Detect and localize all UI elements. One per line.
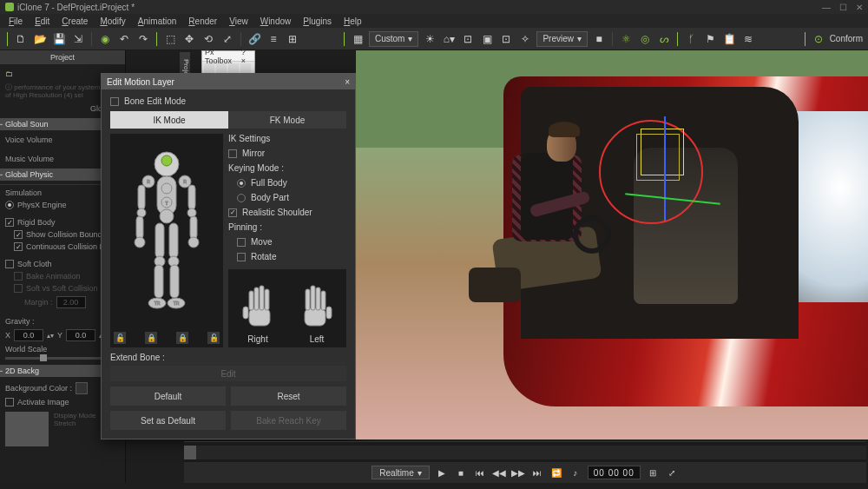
dialog-close-button[interactable]: × (345, 77, 350, 87)
right-hand[interactable]: Right (228, 269, 287, 347)
flag-icon[interactable]: ⚑ (702, 31, 718, 47)
3d-viewport[interactable] (356, 50, 868, 439)
folder-icon[interactable]: 🗀 (5, 69, 13, 78)
show-collision-checkbox[interactable]: ✓ (14, 230, 23, 239)
bg-image-thumb[interactable] (5, 412, 49, 446)
viewport-icon[interactable]: ▦ (350, 31, 365, 47)
first-frame-button[interactable]: ⏮ (473, 466, 487, 479)
snap-icon[interactable]: ⊞ (285, 31, 300, 47)
layers-icon[interactable]: ≋ (740, 31, 756, 47)
preview-select[interactable]: Preview▾ (536, 31, 588, 47)
menu-modify[interactable]: Modify (95, 17, 130, 26)
camera-box-icon[interactable]: ⊡ (498, 31, 514, 47)
loop-button[interactable]: 🔁 (549, 466, 563, 479)
menu-animation[interactable]: Animation (133, 17, 181, 26)
pin-rotate-checkbox[interactable] (237, 253, 246, 261)
home-icon[interactable]: ⌂▾ (441, 31, 457, 47)
menu-window[interactable]: Window (255, 17, 297, 26)
camera-icon[interactable]: ✧ (517, 31, 533, 47)
light-icon[interactable]: ☀ (422, 31, 437, 47)
svg-point-6 (160, 209, 174, 223)
menu-view[interactable]: View (224, 17, 253, 26)
open-icon[interactable]: 📂 (32, 31, 48, 47)
gravity-x-input[interactable] (14, 329, 43, 341)
next-frame-button[interactable]: ▶▶ (511, 466, 525, 479)
prev-frame-button[interactable]: ◀◀ (492, 466, 506, 479)
save-icon[interactable]: 💾 (51, 31, 67, 47)
timeline-expand-icon[interactable]: ⤢ (665, 466, 679, 479)
default-button[interactable]: Default (110, 387, 226, 406)
menu-help[interactable]: Help (339, 17, 367, 26)
bg-color-swatch[interactable] (76, 382, 88, 394)
export-icon[interactable]: ⇲ (70, 31, 86, 47)
menu-file[interactable]: File (3, 17, 28, 26)
realistic-shoulder-checkbox[interactable]: ✓ (228, 208, 237, 217)
timeline-options-icon[interactable]: ⊞ (646, 466, 660, 479)
ik-mode-tab[interactable]: IK Mode (110, 111, 228, 129)
last-frame-button[interactable]: ⏭ (530, 466, 544, 479)
rigid-body-checkbox[interactable]: ✓ (5, 218, 14, 227)
select-icon[interactable]: ⬚ (162, 31, 178, 47)
mirror-checkbox[interactable] (228, 149, 237, 158)
stop-button[interactable]: ■ (454, 466, 468, 479)
lock-rfoot-icon[interactable]: 🔒 (176, 332, 188, 344)
record-icon[interactable]: ■ (591, 31, 607, 47)
timeline-clip[interactable] (184, 446, 196, 459)
left-hand[interactable]: Left (287, 269, 346, 347)
menu-edit[interactable]: Edit (30, 17, 55, 26)
playback-mode-select[interactable]: Realtime▾ (372, 466, 429, 479)
link-icon[interactable]: 🔗 (247, 31, 262, 47)
body-part-radio[interactable] (237, 194, 246, 202)
svg-rect-38 (311, 286, 315, 310)
body-figure[interactable]: T R R (110, 134, 223, 347)
redo-icon[interactable]: ↷ (135, 31, 151, 47)
timeline-track[interactable] (184, 446, 866, 459)
set-default-button[interactable]: Set as Default (110, 411, 226, 430)
px-toolbox-help[interactable]: ? (241, 48, 246, 56)
minimize-button[interactable]: — (822, 3, 831, 12)
lock-lfoot-icon[interactable]: 🔒 (145, 332, 157, 344)
new-icon[interactable]: 🗋 (13, 31, 29, 47)
motion-icon[interactable]: ᚶ (683, 31, 699, 47)
play-icon[interactable]: ◉ (97, 31, 113, 47)
play-button[interactable]: ▶ (435, 466, 449, 479)
undo-icon[interactable]: ↶ (116, 31, 132, 47)
scale-icon[interactable]: ⤢ (220, 31, 235, 47)
move-icon[interactable]: ✥ (181, 31, 197, 47)
conform-button[interactable]: ⊙ Conform (803, 31, 863, 47)
app-title: iClone 7 - DefProject.iProject * (17, 3, 135, 12)
continuous-collision-checkbox[interactable]: ✓ (14, 242, 23, 251)
pin-move-checkbox[interactable] (237, 238, 246, 247)
time-display[interactable]: 00 00 00 (588, 466, 641, 479)
constraint-icon[interactable]: ᔕ (656, 31, 672, 47)
bone-edit-checkbox[interactable] (110, 97, 119, 106)
maximize-button[interactable]: ☐ (839, 3, 847, 12)
gravity-y-input[interactable] (66, 329, 95, 341)
lock-rhand-icon[interactable]: 🔓 (207, 332, 220, 344)
soft-vs-soft-checkbox (14, 284, 23, 293)
lock-lhand-icon[interactable]: 🔓 (114, 332, 126, 344)
render-mode-select[interactable]: Custom▾ (369, 31, 418, 47)
rotate-icon[interactable]: ⟲ (201, 31, 216, 47)
reset-button[interactable]: Reset (231, 387, 346, 406)
audio-button[interactable]: ♪ (569, 466, 582, 479)
svg-rect-30 (249, 291, 253, 310)
frame-icon[interactable]: ▣ (479, 31, 495, 47)
svg-rect-24 (170, 265, 179, 298)
collision-icon[interactable]: ◎ (637, 31, 653, 47)
physics-icon[interactable]: ⚛ (618, 31, 634, 47)
clipboard-icon[interactable]: 📋 (721, 31, 737, 47)
menu-create[interactable]: Create (56, 17, 93, 26)
full-body-radio[interactable] (237, 179, 246, 188)
activate-image-checkbox[interactable] (5, 398, 14, 406)
soft-cloth-checkbox[interactable] (5, 260, 14, 268)
menu-plugins[interactable]: Plugins (298, 17, 337, 26)
fk-mode-tab[interactable]: FK Mode (228, 111, 346, 129)
align-icon[interactable]: ≡ (266, 31, 281, 47)
focus-icon[interactable]: ⊡ (460, 31, 476, 47)
svg-rect-34 (243, 307, 248, 319)
menu-render[interactable]: Render (183, 17, 222, 26)
physx-radio[interactable] (5, 201, 14, 209)
bone-edit-label: Bone Edit Mode (124, 96, 186, 106)
close-button[interactable]: ✕ (856, 3, 863, 12)
